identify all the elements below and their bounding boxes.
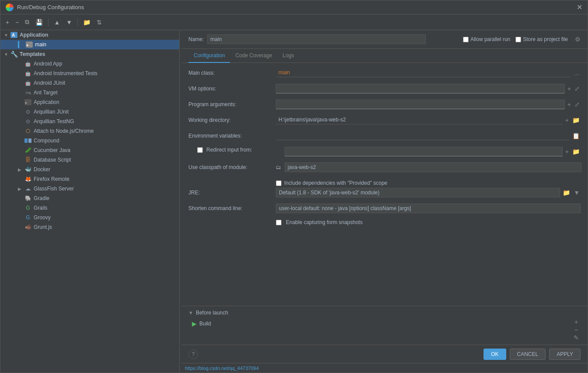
copy-config-button[interactable]: ⧉ — [23, 17, 31, 27]
working-dir-value-row: H:\jetbrains\java\java-web-s2 + 📁 — [276, 115, 581, 124]
application-group[interactable]: ▼ A Application — [0, 30, 179, 40]
arquillian-testng-label: Arquillian TestNG — [34, 118, 74, 124]
docker-item[interactable]: ▶ 🐳 Docker — [0, 165, 179, 174]
glassfish-label: GlassFish Server — [34, 186, 74, 192]
grails-item[interactable]: G Grails — [0, 203, 179, 213]
main-class-row: Main class: main … — [188, 68, 581, 80]
shorten-cmd-select[interactable]: user-local default: none - java [options… — [276, 204, 581, 213]
arquillian-testng-item[interactable]: ⊙ Arquillian TestNG — [0, 117, 179, 126]
name-input[interactable] — [207, 35, 426, 44]
ok-button[interactable]: OK — [484, 349, 506, 360]
redirect-input-row: Redirect input from: + 📁 — [188, 147, 581, 159]
module-select[interactable]: java-web-s2 — [285, 162, 581, 172]
program-args-add-button[interactable]: + — [567, 100, 572, 109]
application-template-label: Application — [34, 99, 59, 105]
move-up-button[interactable]: ▲ — [52, 18, 62, 27]
tab-logs[interactable]: Logs — [277, 49, 299, 63]
firefox-remote-label: Firefox Remote — [34, 176, 70, 182]
vm-options-input[interactable] — [276, 84, 565, 93]
jre-folder-button[interactable]: 📁 — [562, 188, 571, 197]
name-row: Name: Allow parallel run Store as projec… — [181, 30, 588, 49]
main-config-item[interactable]: ▸ main — [0, 40, 179, 49]
store-project-checkbox[interactable] — [515, 37, 521, 42]
android-junit-item[interactable]: 🤖 Android JUnit — [0, 78, 179, 88]
store-project-label[interactable]: Store as project file — [515, 36, 568, 42]
grunt-label: Grunt.js — [34, 224, 52, 230]
allow-parallel-label[interactable]: Allow parallel run — [463, 36, 510, 42]
cucumber-java-item[interactable]: 🥒 Cucumber Java — [0, 145, 179, 155]
redirect-add-button[interactable]: + — [564, 147, 570, 156]
env-vars-input[interactable] — [276, 131, 570, 140]
env-vars-value-row: 📋 — [276, 131, 581, 140]
redirect-input-field[interactable] — [285, 147, 563, 156]
redirect-input-checkbox[interactable] — [197, 147, 203, 153]
tab-configuration[interactable]: Configuration — [188, 49, 230, 63]
env-vars-label: Environment variables: — [188, 131, 276, 139]
right-panel: Name: Allow parallel run Store as projec… — [181, 30, 588, 373]
jre-label: JRE: — [188, 188, 276, 196]
build-label: Build — [199, 321, 211, 327]
working-dir-add-button[interactable]: + — [564, 116, 570, 124]
apply-button[interactable]: APPLY — [549, 349, 581, 360]
arquillian-junit-item[interactable]: ⊙ Arquillian JUnit — [0, 107, 179, 117]
groovy-label: Groovy — [34, 214, 51, 221]
ant-target-item[interactable]: 🐜 Ant Target — [0, 88, 179, 97]
save-config-button[interactable]: 💾 — [34, 18, 45, 27]
spacer — [19, 42, 25, 47]
program-args-input[interactable] — [276, 100, 565, 109]
enable-snapshots-checkbox[interactable] — [276, 220, 282, 225]
program-args-row: Program arguments: + ⤢ — [188, 100, 581, 112]
redirect-folder-button[interactable]: 📁 — [571, 147, 581, 156]
main-class-more-button[interactable]: … — [573, 69, 581, 77]
before-launch-header: ▼ Before launch — [188, 310, 581, 316]
folder-button[interactable]: 📁 — [81, 18, 92, 27]
allow-parallel-checkbox[interactable] — [463, 37, 469, 42]
add-config-button[interactable]: + — [4, 18, 11, 27]
move-down-button[interactable]: ▼ — [64, 18, 74, 27]
main-class-value-row: main … — [276, 68, 581, 77]
env-vars-copy-button[interactable]: 📋 — [571, 131, 581, 140]
cancel-button[interactable]: CANCEL — [510, 349, 546, 360]
close-button[interactable]: ✕ — [577, 3, 582, 11]
env-vars-row: Environment variables: 📋 — [188, 131, 581, 143]
glassfish-item[interactable]: ▶ ☁ GlassFish Server — [0, 184, 179, 193]
database-script-label: Database Script — [34, 157, 71, 163]
gear-icon[interactable]: ⚙ — [575, 36, 581, 43]
before-launch-add-button[interactable]: + — [572, 318, 581, 325]
help-button[interactable]: ? — [188, 349, 198, 359]
android-app-item[interactable]: 🤖 Android App — [0, 59, 179, 69]
application-template-item[interactable]: ▸ Application — [0, 97, 179, 107]
attach-nodejs-item[interactable]: ⬡ Attach to Node.js/Chrome — [0, 126, 179, 136]
android-instrumented-item[interactable]: 🤖 Android Instrumented Tests — [0, 69, 179, 78]
bottom-bar: ? OK CANCEL APPLY — [181, 345, 588, 363]
vm-options-expand-button[interactable]: ⤢ — [574, 84, 581, 93]
vm-options-add-button[interactable]: + — [567, 84, 572, 93]
include-deps-checkbox[interactable] — [276, 180, 282, 186]
grunt-item[interactable]: 🐗 Grunt.js — [0, 222, 179, 232]
database-script-item[interactable]: 🗄 Database Script — [0, 155, 179, 165]
before-launch-items: ▶ Build — [188, 318, 572, 329]
gradle-item[interactable]: 🐘 Gradle — [0, 193, 179, 203]
remove-config-button[interactable]: − — [14, 18, 21, 27]
groovy-icon: G — [24, 214, 32, 221]
name-options: Allow parallel run Store as project file… — [463, 36, 581, 43]
templates-expand-icon: ▼ — [4, 52, 10, 57]
jre-dropdown-button[interactable]: ▼ — [573, 188, 581, 197]
firefox-icon: 🦊 — [24, 176, 32, 183]
groovy-item[interactable]: G Groovy — [0, 213, 179, 222]
program-args-expand-button[interactable]: ⤢ — [574, 100, 581, 109]
classpath-module-row: Use classpath of module: 🗂 java-web-s2 ▼ — [188, 162, 581, 175]
firefox-remote-item[interactable]: 🦊 Firefox Remote — [0, 174, 179, 184]
build-item[interactable]: ▶ Build — [188, 318, 572, 329]
tab-code-coverage[interactable]: Code Coverage — [230, 49, 277, 63]
templates-group[interactable]: ▼ 🔧 Templates — [0, 49, 179, 59]
docker-expand-icon: ▶ — [18, 167, 24, 172]
before-launch-edit-button[interactable]: ✎ — [572, 334, 581, 341]
svg-text:▸: ▸ — [25, 100, 28, 105]
before-launch-remove-button[interactable]: − — [572, 326, 581, 333]
application-group-icon: A — [10, 31, 18, 38]
compound-item[interactable]: Compound — [0, 136, 179, 145]
working-dir-folder-button[interactable]: 📁 — [571, 116, 581, 124]
sort-button[interactable]: ⇅ — [95, 18, 104, 27]
before-launch-actions: + − ✎ — [572, 318, 581, 341]
